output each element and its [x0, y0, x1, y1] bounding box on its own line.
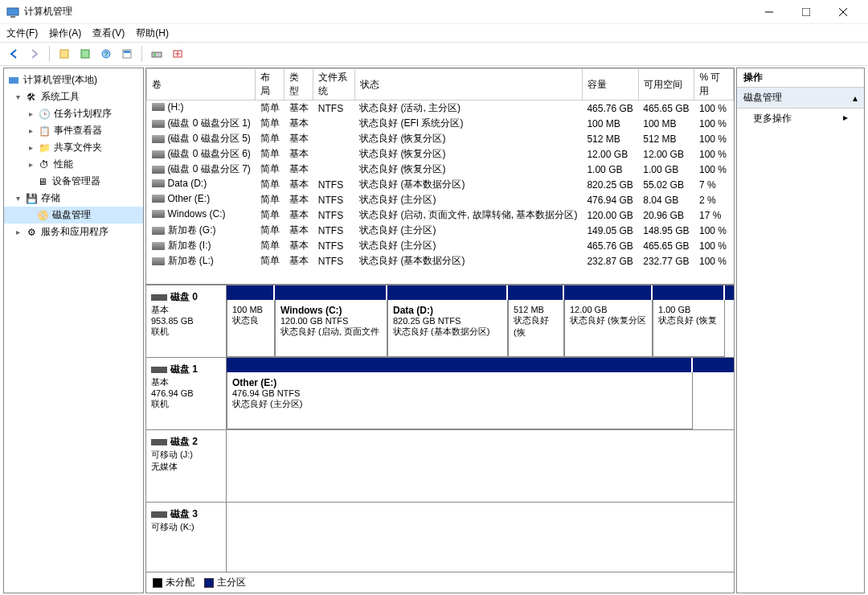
- actions-more[interactable]: 更多操作▸: [737, 109, 864, 129]
- toolbar-btn-1[interactable]: [55, 45, 73, 63]
- volume-icon: [152, 210, 165, 218]
- volume-icon: [152, 257, 165, 265]
- tree-systools[interactable]: ▾🛠系统工具: [4, 88, 143, 105]
- center-panel: 卷 布局 类型 文件系统 状态 容量 可用空间 % 可用 (H:)简单基本NTF…: [145, 68, 735, 593]
- menu-bar: 文件(F) 操作(A) 查看(V) 帮助(H): [0, 24, 868, 42]
- title-bar: 计算机管理: [0, 0, 868, 24]
- svg-rect-1: [10, 16, 15, 18]
- tree-scheduler[interactable]: ▸🕒任务计划程序: [4, 105, 143, 122]
- nav-tree[interactable]: 计算机管理(本地) ▾🛠系统工具 ▸🕒任务计划程序 ▸📋事件查看器 ▸📁共享文件…: [3, 68, 144, 593]
- svg-rect-3: [802, 8, 810, 16]
- disk-row[interactable]: 磁盘 3可移动 (K:): [146, 503, 734, 572]
- tree-shared[interactable]: ▸📁共享文件夹: [4, 139, 143, 156]
- tree-services[interactable]: ▸⚙服务和应用程序: [4, 224, 143, 240]
- disk-row[interactable]: 磁盘 1基本476.94 GB联机Other (E:)476.94 GB NTF…: [146, 358, 734, 430]
- chevron-right-icon: ▸: [843, 112, 848, 125]
- tree-storage[interactable]: ▾💾存储: [4, 190, 143, 207]
- minimize-button[interactable]: [751, 0, 788, 24]
- col-free[interactable]: 可用空间: [638, 69, 694, 101]
- partition-box[interactable]: Windows (C:)120.00 GB NTFS状态良好 (启动, 页面文件: [275, 300, 387, 357]
- volume-icon: [152, 227, 165, 235]
- col-layout[interactable]: 布局: [256, 69, 285, 101]
- volume-icon: [152, 150, 165, 158]
- col-capacity[interactable]: 容量: [582, 69, 638, 101]
- svg-rect-15: [9, 77, 18, 84]
- legend: 未分配 主分区: [146, 572, 734, 593]
- tree-root[interactable]: 计算机管理(本地): [4, 72, 143, 88]
- svg-rect-12: [152, 52, 162, 57]
- table-row[interactable]: 新加卷 (G:)简单基本NTFS状态良好 (主分区)149.05 GB148.9…: [147, 223, 734, 238]
- volume-table[interactable]: 卷 布局 类型 文件系统 状态 容量 可用空间 % 可用 (H:)简单基本NTF…: [146, 68, 734, 285]
- partition-box[interactable]: 100 MB状态良: [227, 300, 275, 357]
- svg-rect-11: [124, 51, 130, 53]
- volume-icon: [152, 120, 165, 128]
- menu-view[interactable]: 查看(V): [92, 27, 125, 40]
- svg-rect-6: [60, 50, 68, 58]
- volume-icon: [152, 135, 165, 143]
- col-fs[interactable]: 文件系统: [313, 69, 354, 101]
- disk-header: 磁盘 2可移动 (J:)无媒体: [146, 430, 227, 502]
- forward-button[interactable]: [26, 45, 43, 63]
- tree-perf[interactable]: ▸⏱性能: [4, 156, 143, 173]
- table-row[interactable]: (磁盘 0 磁盘分区 7)简单基本状态良好 (恢复分区)1.00 GB1.00 …: [147, 162, 734, 177]
- volume-icon: [152, 179, 165, 187]
- disk-header: 磁盘 3可移动 (K:): [146, 503, 227, 572]
- toolbar-btn-4[interactable]: [118, 45, 136, 63]
- table-row[interactable]: 新加卷 (L:)简单基本NTFS状态良好 (基本数据分区)232.87 GB23…: [147, 253, 734, 269]
- col-type[interactable]: 类型: [285, 69, 313, 101]
- app-icon: [6, 6, 19, 18]
- svg-rect-7: [81, 50, 89, 58]
- disk-layout-area[interactable]: 磁盘 0基本953.85 GB联机100 MB状态良Windows (C:)12…: [146, 285, 734, 572]
- swatch-unallocated: [153, 578, 162, 588]
- disk-row[interactable]: 磁盘 0基本953.85 GB联机100 MB状态良Windows (C:)12…: [146, 285, 734, 358]
- menu-help[interactable]: 帮助(H): [136, 27, 169, 40]
- main-area: 计算机管理(本地) ▾🛠系统工具 ▸🕒任务计划程序 ▸📋事件查看器 ▸📁共享文件…: [0, 66, 868, 595]
- swatch-primary: [204, 578, 214, 588]
- table-row[interactable]: (H:)简单基本NTFS状态良好 (活动, 主分区)465.76 GB465.6…: [147, 101, 734, 117]
- actions-panel: 操作 磁盘管理▴ 更多操作▸: [736, 68, 865, 593]
- disk-header: 磁盘 1基本476.94 GB联机: [146, 358, 227, 429]
- chevron-up-icon: ▴: [853, 92, 858, 104]
- volume-icon: [152, 103, 165, 111]
- table-row[interactable]: 新加卷 (I:)简单基本NTFS状态良好 (主分区)465.76 GB465.6…: [147, 238, 734, 253]
- table-row[interactable]: Other (E:)简单基本NTFS状态良好 (主分区)476.94 GB8.0…: [147, 192, 734, 207]
- volume-icon: [152, 195, 165, 203]
- menu-action[interactable]: 操作(A): [49, 27, 81, 40]
- volume-icon: [152, 166, 165, 174]
- svg-rect-13: [154, 53, 156, 56]
- partition-box[interactable]: 12.00 GB状态良好 (恢复分区: [564, 300, 653, 357]
- close-button[interactable]: [825, 0, 862, 24]
- maximize-button[interactable]: [788, 0, 825, 24]
- toolbar: ?: [0, 42, 868, 66]
- toolbar-btn-2[interactable]: [76, 45, 94, 63]
- table-row[interactable]: Windows (C:)简单基本NTFS状态良好 (启动, 页面文件, 故障转储…: [147, 207, 734, 223]
- col-volume[interactable]: 卷: [147, 69, 256, 101]
- table-row[interactable]: Data (D:)简单基本NTFS状态良好 (基本数据分区)820.25 GB5…: [147, 177, 734, 192]
- tree-eventviewer[interactable]: ▸📋事件查看器: [4, 122, 143, 139]
- partition-box[interactable]: Other (E:)476.94 GB NTFS状态良好 (主分区): [227, 372, 693, 429]
- col-status[interactable]: 状态: [354, 69, 582, 101]
- partition-box[interactable]: Data (D:)820.25 GB NTFS状态良好 (基本数据分区): [387, 300, 508, 357]
- disk-row[interactable]: 磁盘 2可移动 (J:)无媒体: [146, 430, 734, 503]
- actions-diskmgmt[interactable]: 磁盘管理▴: [737, 88, 864, 109]
- toolbar-btn-3[interactable]: ?: [97, 45, 115, 63]
- svg-text:?: ?: [104, 50, 108, 58]
- toolbar-btn-6[interactable]: [169, 45, 186, 63]
- svg-rect-0: [7, 8, 18, 15]
- window-title: 计算机管理: [24, 5, 751, 18]
- actions-header: 操作: [737, 68, 864, 88]
- tree-devmgr[interactable]: 🖥设备管理器: [4, 173, 143, 190]
- toolbar-btn-5[interactable]: [148, 45, 166, 63]
- col-pct[interactable]: % 可用: [694, 69, 734, 101]
- table-row[interactable]: (磁盘 0 磁盘分区 6)简单基本状态良好 (恢复分区)12.00 GB12.0…: [147, 146, 734, 162]
- volume-icon: [152, 242, 165, 250]
- tree-diskmgmt[interactable]: 📀磁盘管理: [4, 207, 143, 224]
- table-row[interactable]: (磁盘 0 磁盘分区 5)简单基本状态良好 (恢复分区)512 MB512 MB…: [147, 131, 734, 146]
- menu-file[interactable]: 文件(F): [6, 27, 38, 40]
- table-row[interactable]: (磁盘 0 磁盘分区 1)简单基本状态良好 (EFI 系统分区)100 MB10…: [147, 116, 734, 131]
- partition-box[interactable]: 512 MB状态良好 (恢: [508, 300, 564, 357]
- back-button[interactable]: [5, 45, 23, 63]
- disk-header: 磁盘 0基本953.85 GB联机: [146, 285, 227, 357]
- partition-box[interactable]: 1.00 GB状态良好 (恢复: [653, 300, 725, 357]
